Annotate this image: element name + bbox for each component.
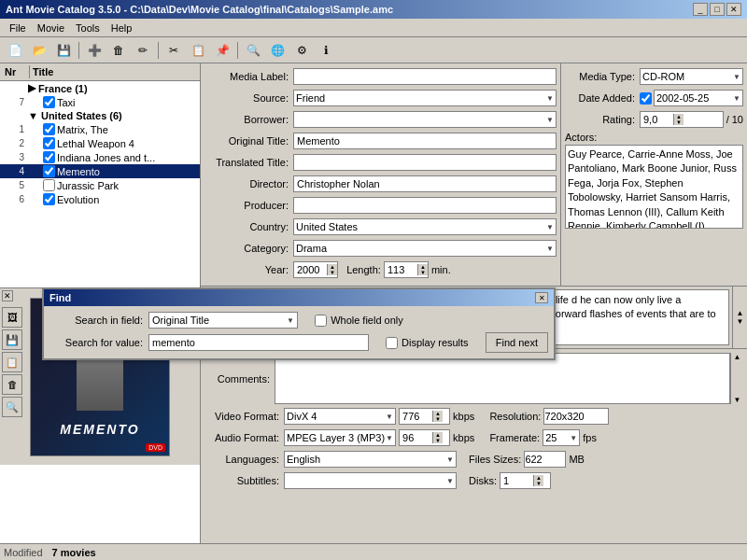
media-type-select[interactable]: CD-ROM ▼ (640, 68, 743, 85)
files-sizes-input[interactable] (524, 451, 566, 468)
source-select[interactable]: Friend ▼ (293, 90, 557, 106)
find-next-button[interactable]: Find next (486, 332, 548, 353)
poster-btn-4[interactable]: 🗑 (2, 374, 22, 395)
actors-box: Guy Pearce, Carrie-Anne Moss, Joe Pantol… (565, 145, 743, 229)
audio-kbps-spin[interactable]: 96 ▲ ▼ (399, 429, 450, 446)
original-title-input[interactable] (293, 133, 557, 149)
media-label-input[interactable] (293, 68, 557, 85)
tree-check-indiana[interactable] (43, 151, 55, 163)
video-kbps-value: 776 (400, 411, 432, 422)
toolbar-open[interactable]: 📂 (28, 40, 50, 61)
display-results-check[interactable] (386, 337, 398, 349)
year-down[interactable]: ▼ (328, 270, 337, 275)
toolbar-web[interactable]: 🌐 (266, 40, 289, 61)
menu-help[interactable]: Help (106, 21, 138, 35)
comments-scroll-down[interactable]: ▼ (734, 396, 741, 404)
year-spin[interactable]: 2000 ▲ ▼ (293, 261, 338, 278)
country-arrow: ▼ (546, 223, 554, 231)
toolbar-find[interactable]: 🔍 (242, 40, 264, 61)
close-button[interactable]: ✕ (726, 3, 741, 16)
category-select[interactable]: Drama ▼ (293, 240, 557, 257)
framerate-select[interactable]: 25 ▼ (543, 429, 580, 446)
comments-scroll-up[interactable]: ▲ (734, 353, 741, 361)
poster-btn-5[interactable]: 🔍 (2, 397, 22, 417)
toolbar-edit[interactable]: ✏ (132, 40, 154, 61)
length-spin[interactable]: 113 ▲ ▼ (384, 261, 429, 278)
country-select[interactable]: United States ▼ (293, 218, 557, 235)
year-value: 2000 (294, 264, 327, 275)
search-field-select[interactable]: Original Title ▼ (148, 312, 298, 329)
tree-check-lethal[interactable] (43, 137, 55, 149)
director-input[interactable] (293, 175, 557, 192)
audio-kbps-down[interactable]: ▼ (433, 438, 443, 443)
tree-group-france[interactable]: ▶ France (1) (0, 81, 200, 95)
form-row-original-title: Original Title: (204, 132, 557, 150)
toolbar-paste[interactable]: 📌 (211, 40, 233, 61)
menu-movie[interactable]: Movie (32, 21, 70, 35)
toolbar-cut[interactable]: ✂ (162, 40, 185, 61)
menu-tools[interactable]: Tools (70, 21, 106, 35)
comments-textarea[interactable] (275, 353, 730, 404)
toolbar-copy[interactable]: 📋 (187, 40, 209, 61)
date-check[interactable] (640, 92, 652, 105)
disks-spin[interactable]: 1 ▲ ▼ (500, 472, 551, 489)
tree-check-jurassic[interactable] (43, 179, 55, 191)
tree-check-taxi[interactable] (43, 96, 55, 108)
tree-item-memento[interactable]: 4 Memento (0, 164, 200, 178)
minimize-button[interactable]: _ (693, 3, 708, 16)
desc-scrollbar[interactable]: ▲▼ (732, 287, 747, 348)
date-select[interactable]: 2002-05-25 ▼ (654, 90, 743, 106)
find-content: Search in field: Original Title ▼ Whole … (44, 306, 554, 358)
find-close-button[interactable]: ✕ (535, 292, 548, 303)
whole-field-row: Whole field only (315, 315, 403, 327)
tree-group-us[interactable]: ▼ United States (6) (0, 109, 200, 122)
actors-section: Actors: Guy Pearce, Carrie-Anne Moss, Jo… (565, 132, 743, 229)
tree-item-evolution[interactable]: 6 Evolution (0, 192, 200, 206)
form-row-borrower: Borrower: ▼ (204, 110, 557, 129)
toolbar-settings[interactable]: ⚙ (290, 40, 313, 61)
tree-check-memento[interactable] (43, 165, 55, 177)
resolution-input[interactable] (543, 408, 609, 425)
toolbar-about[interactable]: ℹ (315, 40, 337, 61)
translated-title-input[interactable] (293, 154, 557, 171)
subtitles-select[interactable]: ▼ (284, 472, 457, 489)
rating-spin[interactable]: 9,0 ▲ ▼ (640, 111, 724, 128)
borrower-select[interactable]: ▼ (293, 111, 557, 128)
tree-item-lethal[interactable]: 2 Lethal Weapon 4 (0, 136, 200, 150)
scroll-icon: ▲▼ (737, 309, 744, 326)
languages-select[interactable]: English ▼ (284, 451, 457, 468)
tree-check-matrix[interactable] (43, 123, 55, 135)
whole-field-check[interactable] (315, 315, 327, 327)
search-value-input[interactable] (148, 334, 369, 351)
toolbar-delete[interactable]: 🗑 (107, 40, 130, 61)
toolbar-new[interactable]: 📄 (4, 40, 26, 61)
menu-file[interactable]: File (4, 21, 32, 35)
modified-label: Modified (4, 547, 43, 558)
length-down[interactable]: ▼ (418, 270, 428, 275)
framerate-value: 25 (545, 432, 557, 443)
toolbar-add[interactable]: ➕ (83, 40, 106, 61)
disks-down[interactable]: ▼ (534, 481, 543, 486)
video-kbps-down[interactable]: ▼ (433, 416, 443, 422)
country-value: United States (296, 221, 358, 232)
tree-item-jurassic[interactable]: 5 Jurassic Park (0, 178, 200, 192)
maximize-button[interactable]: □ (710, 3, 725, 16)
poster-btn-1[interactable]: 🖼 (2, 307, 22, 328)
borrower-arrow: ▼ (546, 116, 554, 124)
poster-btn-2[interactable]: 💾 (2, 329, 22, 350)
menu-bar: File Movie Tools Help (0, 19, 747, 37)
video-format-select[interactable]: DivX 4 ▼ (284, 408, 396, 425)
toolbar-save[interactable]: 💾 (52, 40, 75, 61)
audio-format-select[interactable]: MPEG Layer 3 (MP3) ▼ (284, 429, 396, 446)
tree-check-evolution[interactable] (43, 193, 55, 205)
poster-close-button[interactable]: ✕ (2, 290, 13, 301)
tree-item-taxi[interactable]: 7 Taxi (0, 95, 200, 109)
tree-item-indiana[interactable]: 3 Indiana Jones and t... (0, 150, 200, 164)
separator-1 (78, 42, 79, 59)
tree-item-matrix[interactable]: 1 Matrix, The (0, 122, 200, 136)
whole-field-label: Whole field only (331, 315, 403, 326)
producer-input[interactable] (293, 197, 557, 214)
video-kbps-spin[interactable]: 776 ▲ ▼ (399, 408, 450, 425)
rating-down[interactable]: ▼ (674, 119, 684, 125)
poster-btn-3[interactable]: 📋 (2, 352, 22, 372)
